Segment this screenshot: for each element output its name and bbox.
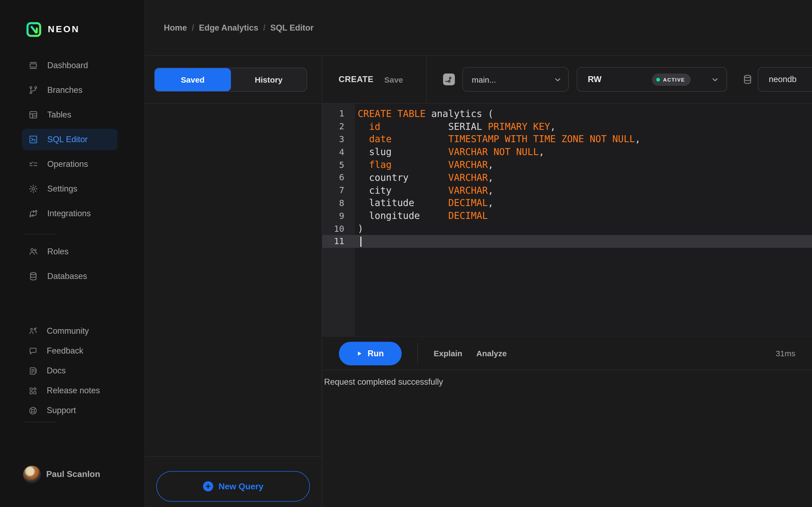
status-dot-icon [656,77,660,81]
tab-history[interactable]: History [231,68,307,91]
line-number: 7 [322,185,355,195]
sidebar-item-release-notes[interactable]: Release notes [22,381,118,400]
sidebar-item-docs[interactable]: Docs [22,361,118,380]
sidebar-item-label: Operations [47,159,88,169]
compute-select[interactable]: RW ACTIVE [576,67,727,92]
queries-panel: Saved History New Query [145,56,321,507]
code-line: 6 country VARCHAR, [322,171,812,184]
code-line-text: city VARCHAR, [355,185,494,195]
neon-logo[interactable]: NEON [26,21,145,38]
sidebar-item-dashboard[interactable]: Dashboard [22,55,118,76]
code-line-text: longitude DECIMAL [355,211,488,221]
breadcrumb-separator: / [263,23,265,32]
run-bar: Run Explain Analyze 31ms [322,336,812,370]
editor-controls: main... RW ACTIVE [427,56,812,103]
sidebar-item-databases[interactable]: Databases [22,266,118,287]
breadcrumb-item[interactable]: Edge Analytics [199,23,258,32]
explain-button[interactable]: Explain [434,349,462,358]
sidebar-item-label: SQL Editor [47,135,88,144]
sidebar-item-label: Support [47,406,76,415]
line-number: 4 [322,147,355,157]
breadcrumb-item[interactable]: Home [164,23,187,32]
breadcrumb-item[interactable]: SQL Editor [270,23,314,32]
code-editor[interactable]: 1CREATE TABLE analytics (2 id SERIAL PRI… [322,104,812,336]
sidebar-item-support[interactable]: Support [22,401,118,420]
query-title: CREATE [339,74,373,84]
content-row: Saved History New Query [145,56,812,507]
run-button[interactable]: Run [339,341,401,365]
avatar [23,465,41,483]
code-line-text: ) [355,223,363,234]
roles-icon [29,247,38,257]
database-select-value: neondb [769,74,797,84]
line-number: 6 [322,172,355,183]
user-menu[interactable]: Paul Scanlon [23,465,145,484]
sidebar-item-label: Docs [47,366,66,376]
database-icon [742,74,753,85]
code-line: 4 slug VARCHAR NOT NULL, [322,146,812,159]
sidebar-nav-help: CommunityFeedbackDocsRelease notesSuppor… [0,321,145,420]
code-line-text: latitude DECIMAL, [355,198,494,209]
query-duration: 31ms [776,349,795,358]
operations-icon [29,159,38,169]
breadcrumb-separator: / [192,23,194,32]
code-line-text: date TIMESTAMP WITH TIME ZONE NOT NULL, [355,134,641,145]
saved-queries-list [145,104,321,456]
sidebar-item-label: Community [47,326,89,336]
code-line: 2 id SERIAL PRIMARY KEY, [322,120,812,133]
compute-select-value: RW [588,74,602,84]
user-name: Paul Scanlon [46,469,100,479]
code-line: 8 latitude DECIMAL, [322,196,812,210]
branches-icon [29,85,38,95]
main-area: Home/Edge Analytics/SQL Editor Saved His… [145,0,812,507]
run-bar-divider [417,343,417,364]
sidebar-item-sql-editor[interactable]: SQL Editor [22,129,118,150]
branch-select[interactable]: main... [462,67,568,92]
docs-icon [29,366,38,375]
sidebar-item-label: Feedback [47,346,83,356]
sidebar-item-operations[interactable]: Operations [22,154,118,175]
branch-badge-button[interactable] [443,73,455,85]
sidebar-item-integrations[interactable]: Integrations [22,203,118,224]
code-line: 5 flag VARCHAR, [322,158,812,171]
line-number: 1 [322,109,355,119]
editor-title-group: CREATE Save [322,56,427,103]
branch-icon [445,75,453,83]
code-line: 9 longitude DECIMAL [322,210,812,222]
save-button[interactable]: Save [384,75,403,84]
database-select[interactable]: neondb [758,67,812,92]
breadcrumb: Home/Edge Analytics/SQL Editor [164,23,314,33]
code-line: 1CREATE TABLE analytics ( [322,107,812,120]
sql-editor-panel: CREATE Save main... [321,56,812,507]
sidebar-item-label: Tables [47,110,71,120]
analyze-button[interactable]: Analyze [476,349,507,358]
sidebar-item-community[interactable]: Community [22,321,118,341]
support-icon [29,406,38,415]
code-line: 10) [322,222,812,235]
chevron-down-icon [710,75,719,84]
sidebar-item-branches[interactable]: Branches [22,79,118,101]
queries-panel-footer: New Query [145,456,321,507]
run-label: Run [368,348,384,358]
neon-logo-icon [26,21,42,38]
sidebar-item-feedback[interactable]: Feedback [22,341,118,360]
logo-wordmark: NEON [48,24,80,35]
app-window: NEON DashboardBranchesTablesSQL EditorOp… [0,0,812,507]
code-line: 11 [322,235,812,248]
sidebar-item-label: Databases [47,272,87,281]
community-icon [29,327,38,336]
line-number: 9 [322,211,355,221]
integrations-icon [29,209,38,218]
sidebar-divider [25,234,56,234]
sidebar-item-label: Roles [47,247,68,257]
result-message: Request completed successfully [324,377,812,387]
sidebar-item-roles[interactable]: Roles [22,241,118,262]
new-query-button[interactable]: New Query [157,471,310,502]
tab-saved[interactable]: Saved [155,68,231,91]
line-number: 11 [322,236,355,246]
sidebar-item-settings[interactable]: Settings [22,178,118,200]
feedback-icon [29,346,38,355]
sidebar-item-tables[interactable]: Tables [22,104,118,125]
play-icon [356,350,363,356]
databases-icon [29,272,38,281]
